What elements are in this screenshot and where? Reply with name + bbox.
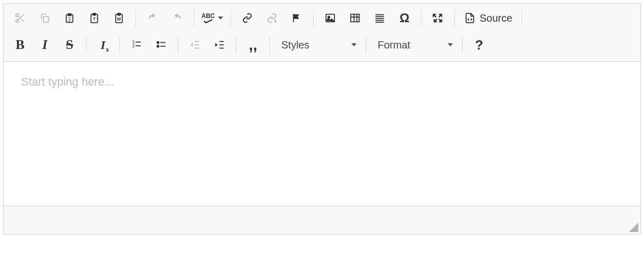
scissors-icon xyxy=(14,12,26,24)
separator xyxy=(194,9,194,27)
resize-handle[interactable] xyxy=(629,223,638,232)
placeholder-text: Start typing here... xyxy=(21,75,114,88)
anchor-button[interactable] xyxy=(286,8,307,28)
svg-rect-7 xyxy=(93,13,96,15)
separator xyxy=(454,9,455,27)
svg-rect-5 xyxy=(43,16,48,22)
paste-word-button[interactable]: W xyxy=(109,8,129,28)
chevron-down-icon xyxy=(448,43,453,46)
link-button[interactable] xyxy=(237,8,258,28)
svg-text:2: 2 xyxy=(132,44,135,48)
paste-button[interactable] xyxy=(59,8,80,28)
separator xyxy=(269,36,270,54)
separator xyxy=(421,9,421,27)
clipboard-word-icon: W xyxy=(113,12,125,24)
italic-button[interactable]: I xyxy=(35,35,55,55)
svg-point-0 xyxy=(16,14,19,17)
chevron-down-icon xyxy=(351,43,357,46)
copy-button[interactable] xyxy=(35,8,55,28)
format-label: Format xyxy=(378,39,410,51)
undo-button[interactable] xyxy=(142,8,163,28)
separator xyxy=(462,36,463,54)
svg-line-3 xyxy=(21,19,24,22)
table-button[interactable] xyxy=(345,8,365,28)
rich-text-editor: T W ABC xyxy=(3,3,641,235)
source-label: Source xyxy=(480,12,512,24)
chevron-down-icon xyxy=(218,16,223,20)
indent-button[interactable] xyxy=(209,35,230,55)
svg-point-32 xyxy=(157,45,159,47)
image-button[interactable] xyxy=(320,8,341,28)
copy-icon xyxy=(39,12,50,24)
omega-icon: Ω xyxy=(399,11,409,25)
horizontal-rule-button[interactable] xyxy=(369,8,390,28)
paste-text-button[interactable]: T xyxy=(84,8,105,28)
bullet-list-button[interactable] xyxy=(151,35,172,55)
styles-label: Styles xyxy=(281,39,309,51)
lines-icon xyxy=(374,12,386,24)
svg-point-15 xyxy=(328,16,330,18)
separator xyxy=(521,9,522,27)
quote-icon: ,, xyxy=(249,42,258,48)
italic-icon: I xyxy=(42,37,47,53)
numbered-list-button[interactable]: 12 xyxy=(126,35,147,55)
separator xyxy=(120,36,120,54)
question-icon: ? xyxy=(475,37,483,53)
svg-marker-36 xyxy=(191,43,193,46)
toolbar-top: T W ABC xyxy=(4,4,640,62)
table-icon xyxy=(349,12,361,24)
ol-icon: 12 xyxy=(130,39,143,51)
redo-icon xyxy=(171,12,183,24)
spellcheck-button[interactable]: ABC xyxy=(198,8,226,28)
blockquote-button[interactable]: ,, xyxy=(243,35,263,55)
outdent-icon xyxy=(189,39,201,51)
source-icon xyxy=(464,12,476,24)
svg-line-4 xyxy=(18,16,20,18)
toolbar-row-2: B I S Ix 12 xyxy=(8,29,636,60)
styles-dropdown[interactable]: Styles xyxy=(274,35,362,55)
svg-point-31 xyxy=(157,42,159,44)
about-button[interactable]: ? xyxy=(469,35,489,55)
clipboard-text-icon: T xyxy=(89,12,100,24)
ul-icon xyxy=(155,39,167,51)
unlink-icon xyxy=(266,13,278,23)
separator xyxy=(230,9,231,27)
separator xyxy=(178,36,178,54)
strike-icon: S xyxy=(66,37,73,53)
svg-text:T: T xyxy=(93,17,95,22)
indent-icon xyxy=(213,39,226,51)
spellcheck-icon: ABC xyxy=(201,13,215,23)
bold-button[interactable]: B xyxy=(10,35,30,55)
svg-marker-40 xyxy=(215,43,218,46)
editor-content-area[interactable]: Start typing here... xyxy=(4,62,640,206)
special-char-button[interactable]: Ω xyxy=(394,8,415,28)
outdent-button[interactable] xyxy=(184,35,205,55)
svg-rect-10 xyxy=(117,13,121,15)
clipboard-icon xyxy=(64,12,75,24)
editor-footer xyxy=(4,206,640,234)
image-icon xyxy=(324,12,336,24)
redo-button[interactable] xyxy=(167,8,188,28)
remove-format-icon: Ix xyxy=(100,38,105,52)
svg-rect-16 xyxy=(351,14,360,22)
maximize-button[interactable] xyxy=(428,8,448,28)
flag-icon xyxy=(291,12,302,24)
separator xyxy=(86,36,87,54)
remove-format-button[interactable]: Ix xyxy=(93,35,113,55)
svg-text:W: W xyxy=(117,17,121,22)
undo-icon xyxy=(146,12,159,24)
svg-point-1 xyxy=(16,20,19,23)
strike-button[interactable]: S xyxy=(59,35,80,55)
separator xyxy=(366,36,366,54)
separator xyxy=(313,9,314,27)
unlink-button[interactable] xyxy=(262,8,282,28)
cut-button[interactable] xyxy=(10,8,30,28)
separator xyxy=(236,36,236,54)
separator xyxy=(135,9,136,27)
format-dropdown[interactable]: Format xyxy=(370,35,458,55)
source-button[interactable]: Source xyxy=(459,8,517,28)
maximize-icon xyxy=(432,12,444,24)
link-icon xyxy=(241,13,253,23)
bold-icon: B xyxy=(15,37,24,53)
